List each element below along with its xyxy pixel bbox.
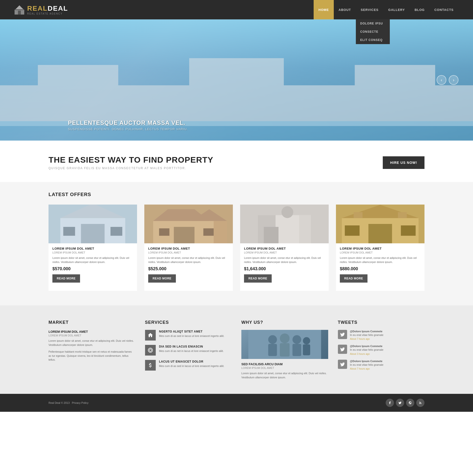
market-item-sub: LOREM IPSUM DOL AMET — [49, 334, 135, 337]
svg-rect-29 — [401, 225, 416, 236]
service-icon-3 — [145, 360, 156, 371]
hero-prev-button[interactable]: ‹ — [437, 75, 446, 85]
service-item-2: DIA SED IN LACUS ENIASCIN Mes cum di as … — [145, 345, 232, 356]
offer-body-2: LOREM IPSUM DOL AMET LOREM IPSUM DOL AME… — [144, 243, 233, 286]
tweet-time-3: About 7 hours ago — [350, 367, 383, 370]
googleplus-icon[interactable] — [406, 399, 414, 407]
svg-rect-30 — [354, 212, 363, 218]
offer-sub-3: LOREM IPSUM DOL AMET — [244, 251, 325, 254]
footer-copyright: Real Deal © 2013 Privacy Policy — [49, 401, 89, 404]
market-item-desc: Lorem ipsum dolor sit amet, conse etur e… — [49, 339, 135, 347]
read-more-button-4[interactable]: Read More — [340, 274, 367, 283]
offer-sub-4: LOREM IPSUM DOL AMET — [340, 251, 421, 254]
hero-next-button[interactable]: › — [449, 75, 458, 85]
service-desc-1: Mes cum di as sed in lacus ut lore enias… — [159, 334, 224, 338]
dropdown-item-1[interactable]: Dolore Ipsu — [356, 19, 390, 28]
read-more-button-1[interactable]: Read More — [52, 274, 80, 283]
hero-section: PELLENTESQUE AUCTOR MASSA VEL. SUSPENDIS… — [0, 19, 473, 141]
nav-services[interactable]: SERVICES Dolore Ipsu Consecte Elit Conse… — [356, 0, 383, 19]
nav-gallery[interactable]: GALLERY — [383, 0, 410, 19]
tweet-text-2: In eu erat vitae felis gramale — [350, 348, 383, 352]
tweet-time-2: About 3 hours ago — [350, 353, 383, 355]
offers-section: LATEST OFFERS LOREM IPSUM DOL AMET LOREM… — [0, 182, 473, 305]
hero-subtitle: SUSPENDISSE POTENTI. DONEC PULVINAR, LEC… — [68, 127, 188, 131]
logo-text: REALDEAL REAL ESTATE AGENCY — [27, 5, 68, 15]
svg-rect-15 — [159, 228, 170, 236]
service-item-3: LACUS UT ENIASCET DOLOR Mes cum di as se… — [145, 360, 232, 371]
intro-subtitle: QUISQUE GRAVIDA FELIS EU MASSA CONSECTET… — [49, 167, 213, 170]
service-name-3: LACUS UT ENIASCET DOLOR — [159, 360, 224, 363]
offer-card-1: LOREM IPSUM DOL AMET LOREM IPSUM DOL AME… — [49, 204, 137, 291]
intro-text: THE EASIEST WAY TO FIND PROPERTY QUISQUE… — [49, 155, 213, 170]
whyus-title: WHY US? — [241, 320, 328, 325]
hire-us-button[interactable]: HIRE US NOW! — [383, 156, 424, 169]
svg-rect-14 — [174, 227, 195, 243]
services-title: SERVICES — [145, 320, 232, 325]
hero-building — [0, 58, 473, 126]
dropdown-item-2[interactable]: Consecte — [356, 28, 390, 36]
logo-brand: REALDEAL — [27, 5, 68, 12]
offers-grid: LOREM IPSUM DOL AMET LOREM IPSUM DOL AME… — [49, 204, 424, 291]
tweet-text-3: In eu erat vitae felis gramale — [350, 363, 383, 367]
dropdown-item-3[interactable]: Elit Conseq — [356, 36, 390, 44]
market-title: MARKET — [49, 320, 135, 325]
svg-rect-9 — [111, 227, 123, 236]
service-name-2: DIA SED IN LACUS ENIASCIN — [159, 345, 224, 348]
offer-image-2 — [144, 204, 233, 243]
offer-name-2: LOREM IPSUM DOL AMET — [148, 247, 229, 250]
svg-rect-22 — [299, 215, 311, 244]
rss-icon[interactable] — [416, 399, 424, 407]
main-nav: HOME ABOUT SERVICES Dolore Ipsu Consecte… — [314, 0, 458, 19]
service-desc-2: Mes cum di as net in lacus et lore enias… — [159, 349, 224, 353]
tweet-time-1: About 7 hours ago — [350, 338, 383, 340]
intro-title: THE EASIEST WAY TO FIND PROPERTY — [49, 155, 213, 165]
svg-point-39 — [303, 337, 310, 344]
tweet-bird-1 — [338, 330, 347, 339]
market-extra-desc: Pellentesque habitant morbi tristique se… — [49, 350, 135, 362]
facebook-icon[interactable] — [386, 399, 394, 407]
svg-rect-3 — [15, 9, 24, 10]
offer-sub-2: LOREM IPSUM DOL AMET — [148, 251, 229, 254]
logo[interactable]: REALDEAL REAL ESTATE AGENCY — [15, 5, 68, 15]
nav-blog[interactable]: BLOG — [410, 0, 430, 19]
svg-rect-36 — [280, 343, 290, 357]
offer-name-1: LOREM IPSUM DOL AMET — [52, 247, 133, 250]
offer-name-4: LOREM IPSUM DOL AMET — [340, 247, 421, 250]
offer-price-3: $1,643.000 — [244, 266, 325, 272]
svg-rect-17 — [214, 221, 227, 243]
header: REALDEAL REAL ESTATE AGENCY HOME ABOUT S… — [0, 0, 473, 19]
offer-card-4: LOREM IPSUM DOL AMET LOREM IPSUM DOL AME… — [336, 204, 424, 291]
tweet-item-2: @Dolore Ipsum Commete In eu erat vitae f… — [338, 345, 425, 355]
offer-sub-1: LOREM IPSUM DOL AMET — [52, 251, 133, 254]
market-item-title: LOREM IPSUM DOL AMET — [49, 330, 135, 334]
svg-rect-2 — [18, 11, 21, 15]
offer-image-4 — [336, 204, 424, 243]
tweet-bird-3 — [338, 360, 347, 369]
offer-desc-4: Lorem ipsum dolor sit amet, conse etur e… — [340, 256, 421, 264]
svg-marker-1 — [15, 5, 24, 10]
services-column: SERVICES NGERTO ALIIQT SITET AMET Mes cu… — [145, 320, 232, 379]
service-desc-3: Mes cum di as sed in lacus ut lore enias… — [159, 364, 224, 368]
privacy-link[interactable]: Privacy Policy — [72, 401, 88, 404]
tweet-content-1: @Dolore Ipsum Commete In eu erat vitae f… — [350, 330, 383, 340]
nav-about[interactable]: ABOUT — [334, 0, 356, 19]
hero-caption: PELLENTESQUE AUCTOR MASSA VEL. SUSPENDIS… — [68, 119, 188, 131]
offer-price-1: $570.000 — [52, 266, 133, 272]
read-more-button-3[interactable]: Read More — [244, 274, 272, 283]
tweet-content-3: @Dolore Ipsum Commete In eu erat vitae f… — [350, 360, 383, 370]
svg-rect-16 — [203, 228, 214, 236]
whyus-column: WHY US? SED FACILISIS ARCU DIAM LOREM IP… — [241, 320, 328, 379]
nav-contacts[interactable]: CONTACTS — [430, 0, 458, 19]
offer-desc-2: Lorem ipsum dolor sit amet, conse etur e… — [148, 256, 229, 264]
svg-rect-7 — [81, 224, 105, 243]
twitter-icon[interactable] — [396, 399, 404, 407]
tweet-user-3: @Dolore Ipsum Commete — [350, 360, 383, 363]
services-dropdown: Dolore Ipsu Consecte Elit Conseq — [356, 19, 390, 44]
svg-rect-23 — [264, 227, 278, 243]
service-item-1: NGERTO ALIIQT SITET AMET Mes cum di as s… — [145, 330, 232, 340]
nav-home[interactable]: HOME — [314, 0, 334, 19]
read-more-button-2[interactable]: Read More — [148, 274, 176, 283]
tweet-user-2: @Dolore Ipsum Commete — [350, 345, 383, 348]
logo-tagline: REAL ESTATE AGENCY — [27, 12, 68, 15]
offer-price-2: $525.000 — [148, 266, 229, 272]
